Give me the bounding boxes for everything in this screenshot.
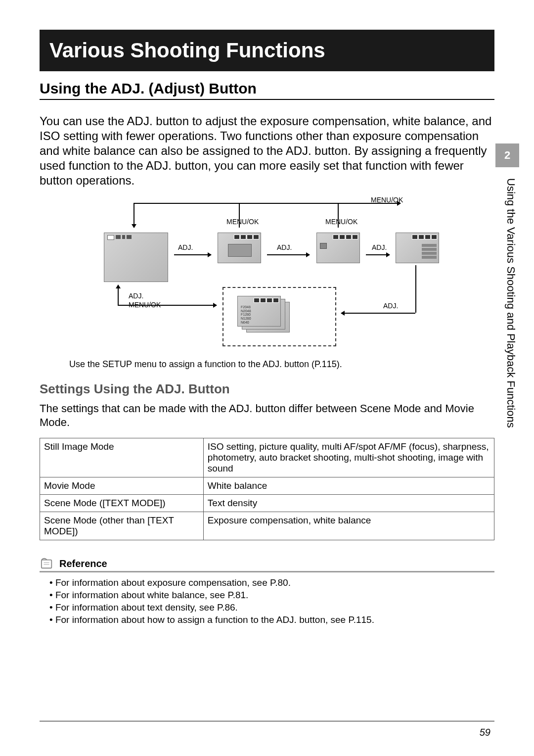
- menu-ok-label: MENU/OK: [325, 218, 357, 226]
- subsection-heading: Settings Using the ADJ. Button: [40, 381, 494, 397]
- camera-screen-step: [396, 233, 439, 263]
- right-arrow-icon: [174, 254, 211, 255]
- table-row: Still Image Mode ISO setting, picture qu…: [40, 438, 494, 477]
- adj-label: ADJ.: [277, 243, 292, 251]
- chapter-number-tab: 2: [495, 143, 519, 167]
- diagram-line: [134, 203, 400, 204]
- desc-cell: Text density: [203, 495, 494, 512]
- right-arrow-icon: [267, 254, 310, 255]
- camera-screen-step: [316, 233, 360, 263]
- list-item: For information about how to assign a fu…: [49, 614, 494, 625]
- desc-cell: Exposure compensation, white balance: [203, 512, 494, 540]
- mode-cell: Movie Mode: [40, 477, 204, 495]
- chapter-title-bar: Various Shooting Functions: [40, 30, 494, 71]
- manual-page: Various Shooting Functions Using the ADJ…: [0, 0, 534, 756]
- adj-label: ADJ.: [129, 292, 143, 300]
- adj-label: ADJ.: [383, 302, 398, 310]
- menu-ok-label: MENU/OK: [226, 218, 259, 226]
- table-row: Movie Mode White balance: [40, 477, 494, 495]
- chapter-number: 2: [504, 149, 510, 162]
- reference-note-icon: [40, 557, 54, 570]
- right-arrow-icon: [366, 254, 390, 255]
- menu-ok-label: MENU/OK: [371, 196, 403, 204]
- table-row: Scene Mode ([TEXT MODE]) Text density: [40, 495, 494, 512]
- side-running-title: Using the Various Shooting and Playback …: [504, 178, 517, 475]
- list-item: For information about white balance, see…: [49, 590, 494, 601]
- reference-label: Reference: [59, 558, 107, 569]
- page-number: 59: [480, 727, 490, 738]
- chapter-title: Various Shooting Functions: [49, 39, 325, 62]
- settings-table: Still Image Mode ISO setting, picture qu…: [40, 438, 494, 540]
- list-item: For information about text density, see …: [49, 602, 494, 613]
- adj-label: ADJ.: [372, 243, 387, 251]
- reference-header: Reference: [40, 557, 494, 572]
- mode-cell: Scene Mode ([TEXT MODE]): [40, 495, 204, 512]
- camera-screen-step: [218, 233, 261, 263]
- intro-paragraph: You can use the ADJ. button to adjust th…: [40, 114, 494, 188]
- svg-rect-0: [42, 560, 51, 568]
- adj-label: ADJ.: [178, 243, 193, 251]
- mode-cell: Scene Mode (other than [TEXT MODE]): [40, 512, 204, 540]
- desc-cell: White balance: [203, 477, 494, 495]
- diagram-line: [239, 203, 240, 228]
- footer-rule: [40, 721, 494, 721]
- desc-cell: ISO setting, picture quality, multi AF/s…: [203, 438, 494, 477]
- menu-ok-label: MENU/OK: [129, 301, 161, 309]
- reference-list: For information about exposure compensat…: [49, 577, 494, 625]
- list-item: For information about exposure compensat…: [49, 577, 494, 588]
- down-arrow-icon: [134, 203, 134, 228]
- table-row: Scene Mode (other than [TEXT MODE]) Expo…: [40, 512, 494, 540]
- left-arrow-icon: [341, 313, 415, 314]
- diagram-caption: Use the SETUP menu to assign a function …: [69, 359, 494, 370]
- up-arrow-icon: [118, 285, 119, 305]
- diagram-line: [415, 265, 416, 313]
- mode-cell: Still Image Mode: [40, 438, 204, 477]
- section-heading: Using the ADJ. (Adjust) Button: [40, 80, 494, 100]
- subsection-body: The settings that can be made with the A…: [40, 402, 494, 429]
- diagram-line: [338, 203, 339, 228]
- adj-flow-diagram: MENU/OK MENU/OK MENU/OK: [89, 198, 445, 356]
- camera-screen-main: [104, 233, 168, 282]
